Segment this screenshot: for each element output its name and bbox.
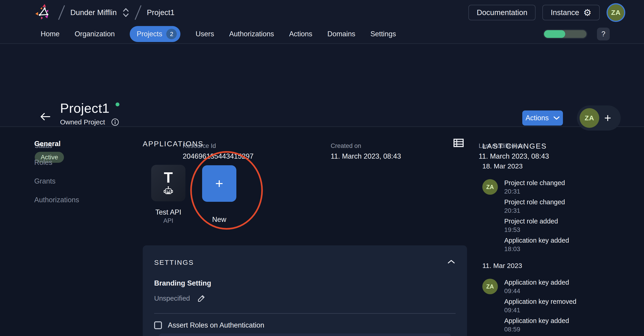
- change-event-text: Project role changed: [504, 198, 569, 206]
- change-event-text: Project role added: [504, 218, 569, 225]
- new-app-label: New: [194, 216, 244, 224]
- back-arrow-icon[interactable]: [39, 112, 51, 121]
- change-event-text: Application key added: [504, 279, 576, 286]
- change-event-time: 20:31: [504, 207, 569, 214]
- gear-icon: ⚙: [583, 8, 592, 17]
- user-avatar[interactable]: ZA: [606, 3, 625, 22]
- nav-item-settings[interactable]: Settings: [370, 30, 396, 38]
- nav-item-organization[interactable]: Organization: [75, 30, 115, 38]
- projects-count-badge: 2: [166, 29, 177, 39]
- breadcrumb-org[interactable]: Dunder Mifflin: [70, 8, 117, 17]
- change-event[interactable]: Project role added 19:53: [504, 218, 569, 234]
- nav-item-domains[interactable]: Domains: [328, 30, 355, 38]
- change-event-time: 09:44: [504, 287, 576, 295]
- nav-item-users[interactable]: Users: [196, 30, 214, 38]
- org-switcher-unfold-icon[interactable]: [123, 7, 129, 18]
- info-icon[interactable]: [111, 118, 119, 126]
- change-event-text: Application key added: [504, 237, 569, 244]
- section-sidebar: General Roles Grants Authorizations: [34, 140, 79, 204]
- robot-icon: [163, 186, 173, 196]
- instance-button[interactable]: Instance ⚙: [542, 5, 600, 20]
- sidebar-item-authorizations[interactable]: Authorizations: [34, 196, 79, 204]
- sidebar-item-general[interactable]: General: [34, 140, 79, 148]
- breadcrumb-project[interactable]: Project1: [147, 8, 174, 17]
- created-on-label: Created on: [331, 142, 401, 149]
- change-event[interactable]: Project role changed 20:31: [504, 179, 569, 195]
- quota-progress-fill: [544, 30, 565, 38]
- change-event-time: 08:59: [504, 326, 576, 333]
- edit-pencil-icon[interactable]: [197, 294, 206, 303]
- actions-dropdown-button[interactable]: Actions: [522, 110, 563, 126]
- add-member-plus-icon[interactable]: +: [604, 112, 611, 124]
- applications-section-title: APPLICATIONS: [143, 140, 204, 148]
- app-type-label: API: [143, 217, 194, 224]
- last-changes-title: LAST CHANGES: [482, 142, 615, 150]
- new-app-button[interactable]: +: [202, 165, 236, 202]
- change-event-time: 09:41: [504, 307, 576, 314]
- change-event[interactable]: Application key removed 09:41: [504, 298, 576, 314]
- assert-roles-checkbox[interactable]: [154, 322, 162, 329]
- page-title: Project1: [60, 101, 110, 115]
- project-header: Project1 Owned Project Actions ZA + Stat…: [0, 44, 644, 127]
- sidebar-item-grants[interactable]: Grants: [34, 177, 79, 185]
- resource-id-value: 204696135443415297: [183, 152, 254, 160]
- zitadel-logo-icon[interactable]: [34, 3, 52, 22]
- nav-item-authorizations[interactable]: Authorizations: [229, 30, 274, 38]
- project-subtitle: Owned Project: [60, 118, 105, 126]
- nav-item-projects[interactable]: Projects 2: [130, 26, 180, 42]
- change-event-time: 18:03: [504, 245, 569, 253]
- divider: [154, 313, 456, 314]
- chevron-down-icon: [553, 116, 560, 120]
- table-view-icon[interactable]: [453, 138, 464, 147]
- project-active-dot: [116, 102, 120, 106]
- change-avatar: ZA: [482, 179, 498, 195]
- app-initial: T: [164, 170, 173, 185]
- change-event[interactable]: Application key added 09:44: [504, 279, 576, 295]
- nav-right-cluster: ?: [544, 28, 610, 40]
- change-event-time: 20:31: [504, 188, 569, 195]
- chevron-up-icon[interactable]: [447, 260, 455, 264]
- change-event-text: Application key added: [504, 317, 576, 325]
- project-title-block: Project1 Owned Project: [60, 100, 120, 126]
- change-event[interactable]: Project role changed 20:31: [504, 198, 569, 214]
- branding-setting-label: Branding Setting: [154, 279, 211, 287]
- change-event[interactable]: Application key added 08:59: [504, 317, 576, 333]
- change-group-date: 18. Mar 2023: [482, 162, 615, 170]
- project-members-pill[interactable]: ZA +: [577, 105, 621, 131]
- topbar-actions: Documentation Instance ⚙ ZA: [468, 3, 625, 22]
- member-avatar[interactable]: ZA: [580, 108, 599, 128]
- change-group-date: 11. Mar 2023: [482, 262, 615, 270]
- change-event-time: 19:53: [504, 226, 569, 234]
- documentation-button-label: Documentation: [476, 8, 527, 17]
- app-name-label: Test API: [143, 208, 194, 216]
- branding-setting-value: Unspecified: [154, 295, 190, 302]
- quota-progress-bar: [544, 30, 586, 38]
- help-button[interactable]: ?: [597, 28, 610, 40]
- change-event-text: Project role changed: [504, 179, 569, 187]
- nav-item-actions[interactable]: Actions: [289, 30, 312, 38]
- change-avatar: ZA: [482, 279, 498, 294]
- app-card-test-api[interactable]: T: [151, 165, 186, 201]
- breadcrumb-slash-icon: [58, 4, 65, 21]
- top-bar: Dunder Mifflin Project1 Documentation In…: [0, 0, 644, 44]
- settings-section-title: SETTINGS: [154, 259, 194, 266]
- assert-roles-label: Assert Roles on Authentication: [168, 321, 264, 330]
- sidebar-item-roles[interactable]: Roles: [34, 158, 79, 167]
- last-changes-panel: LAST CHANGES 18. Mar 2023 ZA Project rol…: [482, 142, 615, 336]
- change-event-text: Application key removed: [504, 298, 576, 306]
- meta-created: Created on 11. March 2023, 08:43: [331, 142, 401, 160]
- settings-card: SETTINGS Branding Setting Unspecified As…: [143, 245, 467, 336]
- instance-button-label: Instance: [550, 8, 579, 17]
- nav-item-projects-label: Projects: [136, 30, 162, 38]
- actions-dropdown-label: Actions: [526, 114, 549, 122]
- nav-item-home[interactable]: Home: [41, 30, 60, 38]
- created-on-value: 11. March 2023, 08:43: [331, 152, 401, 160]
- breadcrumb: Dunder Mifflin Project1 Documentation In…: [0, 0, 644, 25]
- main-nav: Home Organization Projects 2 Users Autho…: [0, 25, 644, 43]
- change-event[interactable]: Application key added 18:03: [504, 237, 569, 253]
- documentation-button[interactable]: Documentation: [468, 5, 536, 20]
- assert-roles-row[interactable]: Assert Roles on Authentication: [154, 321, 264, 330]
- plus-icon: +: [215, 177, 223, 190]
- cutoff-info-box: [159, 334, 451, 336]
- breadcrumb-slash-icon: [134, 4, 142, 21]
